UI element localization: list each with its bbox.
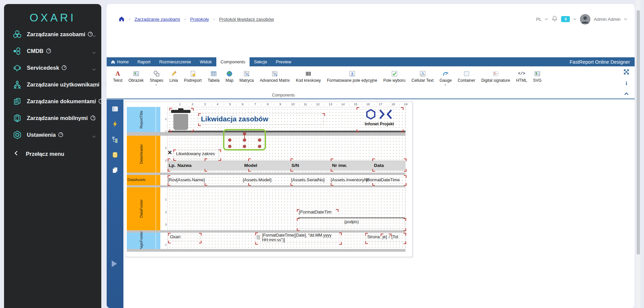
- bell-icon[interactable]: [551, 15, 558, 23]
- component-tekst[interactable]: ATekst····: [110, 70, 125, 87]
- tab-sekcje[interactable]: Sekcje: [250, 57, 271, 66]
- band-page-dataheader[interactable]: ✕ Likwidowany zakres Lp.NazwaModelS/NNr …: [167, 136, 406, 173]
- band-page-pagefooter[interactable]: Oxari [FormatDateTime([Date], "dd.MM.yyy…: [167, 233, 406, 249]
- selection-handle-dot[interactable]: [258, 145, 261, 148]
- sidebar-item-zarz-dzanie-u-ytkownikami[interactable]: Zarządzanie użytkownikami: [4, 76, 101, 93]
- selection-handle-dot[interactable]: [243, 145, 246, 148]
- sidebar-item-zarz-dzanie-zasobami[interactable]: Zarządzanie zasobami: [4, 26, 101, 43]
- breadcrumb-link-protoko-y[interactable]: Protokoły: [190, 17, 209, 22]
- component-shapes[interactable]: Shapes▾: [147, 70, 166, 87]
- component-html[interactable]: </>HTML····: [513, 70, 530, 87]
- chevron-down-icon[interactable]: [624, 18, 627, 20]
- drag-handle-dots[interactable]: ····: [533, 83, 541, 87]
- drag-handle-dots[interactable]: ····: [260, 83, 290, 87]
- selection-handle-dot[interactable]: [228, 145, 231, 148]
- user-name[interactable]: Admin Admin: [594, 17, 621, 22]
- component-map[interactable]: Map····: [223, 70, 236, 87]
- component-digital-signature[interactable]: Digital signature····: [478, 70, 513, 87]
- selection-handle-dot[interactable]: [228, 138, 231, 142]
- drag-handle-dots[interactable]: ····: [516, 83, 527, 87]
- chevron-down-icon[interactable]: [573, 18, 577, 20]
- drag-handle-dots[interactable]: ····: [169, 83, 178, 87]
- chevron-down-icon[interactable]: [545, 18, 548, 20]
- tab-rozmieszczenie[interactable]: Rozmieszczenie: [155, 57, 196, 66]
- copy-panel-icon[interactable]: [111, 167, 119, 174]
- drag-handle-dots[interactable]: ····: [128, 83, 144, 87]
- data-field-expression[interactable]: [Assets.Model]: [243, 177, 271, 183]
- drag-handle-dots[interactable]: ····: [458, 83, 475, 87]
- tab-components[interactable]: Components: [216, 57, 250, 66]
- component-kod-kreskowy[interactable]: Kod kreskowy····: [293, 70, 324, 87]
- tab-raport[interactable]: Raport: [133, 57, 155, 66]
- data-field-expression[interactable]: [Assets.Name]: [176, 177, 205, 183]
- component-advanced-matrix[interactable]: Advanced Matrix····: [257, 70, 293, 87]
- band-label-dataassets[interactable]: DataAssets: [127, 175, 156, 185]
- table-header-cell[interactable]: Lp.: [169, 161, 175, 171]
- sidebar-item-zarz-dzanie-dokumentami[interactable]: Zarządzanie dokumentami: [4, 93, 101, 110]
- drag-handle-dots[interactable]: ····: [481, 83, 510, 87]
- info-icon[interactable]: i: [626, 81, 627, 86]
- data-field-expression[interactable]: [FormatDateTime: [366, 177, 400, 183]
- drag-handle-dots[interactable]: ····: [113, 83, 122, 87]
- table-header-cell[interactable]: Model: [244, 161, 257, 171]
- drag-handle-dots[interactable]: ····: [383, 83, 406, 87]
- table-header-cell[interactable]: S/N: [291, 161, 299, 171]
- notification-badge[interactable]: 0: [561, 16, 570, 22]
- drag-handle-dots[interactable]: ····: [208, 83, 219, 87]
- table-header-cell[interactable]: Data: [374, 161, 384, 171]
- language-selector[interactable]: PL: [536, 17, 542, 22]
- band-label-dataheader[interactable]: DataHeader: [127, 136, 156, 173]
- sidebar-item-zarz-dzanie-mobilnymi[interactable]: Zarządzanie mobilnymi: [4, 110, 101, 126]
- tab-preview[interactable]: Preview: [271, 57, 296, 66]
- drag-handle-dots[interactable]: ····: [296, 83, 321, 87]
- selection-handle-dot[interactable]: [258, 138, 261, 142]
- component-svg[interactable]: SVG····: [530, 70, 544, 87]
- drag-handle-dots[interactable]: ····: [412, 83, 434, 87]
- scrollbar-thumb[interactable]: [637, 10, 640, 255]
- band-label-datafooter[interactable]: DataFooter: [127, 187, 156, 230]
- component-formatowane-pole-edycyjne[interactable]: AFormatowane pole edycyjne····: [324, 70, 380, 87]
- drag-handle-dots[interactable]: ····: [327, 83, 377, 87]
- band-page-reporttitle[interactable]: Likwidacja zasobów Infonet Projekt: [167, 107, 406, 132]
- report-title-object[interactable]: Likwidacja zasobów: [201, 115, 268, 123]
- data-field-expression[interactable]: [Assets.SerialNo]: [291, 177, 325, 183]
- avatar[interactable]: [580, 14, 590, 24]
- footer-date-expression[interactable]: [FormatDateTim: [299, 209, 331, 214]
- x-image-placeholder[interactable]: ✕: [167, 149, 172, 156]
- data-sources-icon[interactable]: [111, 151, 119, 159]
- component-podreport[interactable]: Podreport····: [181, 70, 205, 87]
- table-header-row[interactable]: [167, 161, 406, 171]
- home-icon[interactable]: [119, 16, 124, 22]
- collapse-toolbar-icon[interactable]: [624, 91, 629, 97]
- component-pole-wyboru[interactable]: Pole wyboru····: [380, 70, 409, 87]
- pagefooter-datetime-object[interactable]: [FormatDateTime([Date], "dd.MM.yyyy HH:m…: [256, 233, 340, 243]
- band-page-dataassets[interactable]: [Rov[Assets.Name][Assets.Model][Assets.S…: [167, 175, 406, 185]
- breadcrumb-link-protok-likwidacji-zasob-w[interactable]: Protokół likwidacji zasobów: [219, 17, 274, 22]
- component-linia[interactable]: Linia····: [166, 70, 181, 87]
- sidebar-item-ustawienia[interactable]: Ustawienia: [4, 126, 101, 143]
- sidebar-item-cmdb[interactable]: CMDB: [4, 43, 101, 59]
- component-gauge[interactable]: Gauge▾: [437, 70, 455, 87]
- trash-image-object[interactable]: [170, 108, 192, 130]
- breadcrumb-link-zarz-dzanie-zasobami[interactable]: Zarządzanie zasobami: [135, 17, 180, 22]
- component-obrazek[interactable]: Obrazek····: [125, 70, 147, 87]
- pagefooter-page-number-object[interactable]: Strona:je]/[Tot: [367, 235, 398, 239]
- report-tree-icon[interactable]: [111, 136, 119, 143]
- band-page-datafooter[interactable]: [FormatDateTim (podpis): [167, 187, 406, 230]
- chevron-down-icon[interactable]: ▾: [150, 83, 163, 87]
- component-matryca[interactable]: Matryca····: [236, 70, 257, 87]
- data-field-expression[interactable]: [Assets.InventoryNo: [331, 177, 370, 183]
- drag-handle-dots[interactable]: ····: [184, 83, 202, 87]
- table-header-cell[interactable]: Nr inw.: [332, 161, 347, 171]
- tab-home[interactable]: Home: [107, 57, 133, 66]
- report-divider-line-object[interactable]: [168, 131, 406, 132]
- company-logo-object[interactable]: Infonet Projekt: [357, 108, 401, 130]
- properties-panel-icon[interactable]: [111, 105, 119, 113]
- sidebar-item-servicedesk[interactable]: Servicedesk: [4, 59, 101, 76]
- pagefooter-company-object[interactable]: Oxari: [170, 234, 180, 239]
- tab-widok[interactable]: Widok: [195, 57, 216, 66]
- component-container[interactable]: Container····: [455, 70, 478, 87]
- drag-handle-dots[interactable]: ····: [239, 83, 254, 87]
- data-field-expression[interactable]: [Rov: [168, 177, 177, 183]
- drag-handle-dots[interactable]: ····: [226, 83, 233, 87]
